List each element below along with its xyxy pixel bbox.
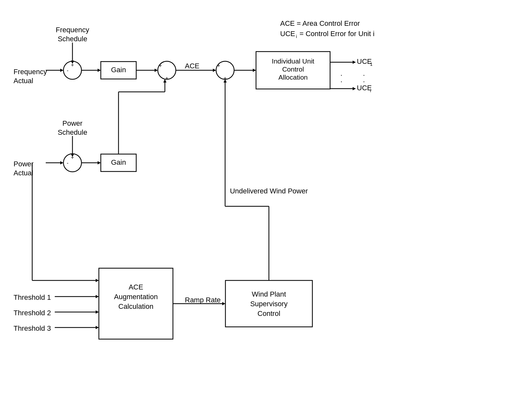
sj4-minus-left: - — [67, 160, 68, 166]
iu-label3: Allocation — [278, 73, 308, 81]
ace-label: ACE — [185, 62, 199, 70]
threshold3-label: Threshold 3 — [14, 324, 51, 332]
gain1-label: Gain — [111, 66, 126, 74]
gain2-label: Gain — [111, 158, 126, 166]
frequency-schedule-label: Frequency — [56, 26, 89, 34]
svg-marker-15 — [353, 87, 356, 90]
sj4-plus-top: + — [71, 155, 74, 160]
svg-marker-34 — [96, 326, 99, 329]
svg-marker-21 — [98, 161, 101, 164]
undelivered-wind-label: Undelivered Wind Power — [230, 187, 308, 195]
iu-label2: Control — [282, 65, 304, 73]
power-schedule-label: Power — [62, 119, 82, 127]
svg-marker-19 — [60, 161, 63, 164]
svg-marker-5 — [98, 69, 101, 72]
svg-marker-7 — [155, 69, 158, 72]
svg-marker-30 — [96, 295, 99, 298]
threshold2-label: Threshold 2 — [14, 309, 51, 317]
ace-aug-label3: Calculation — [119, 302, 154, 310]
sj2-plus-left: + — [159, 63, 162, 68]
threshold1-label: Threshold 1 — [14, 293, 51, 301]
uce1-sub: 1 — [370, 62, 373, 67]
legend-uce-sub-i: i — [296, 34, 297, 39]
diagram-svg: ACE = Area Control Error UCE i = Control… — [0, 0, 532, 401]
ucei-sub: i — [370, 88, 371, 93]
svg-marker-3 — [60, 69, 63, 72]
svg-marker-11 — [253, 69, 256, 72]
power-actual-label2: Actual — [14, 169, 33, 177]
sj1-plus-top: + — [71, 62, 74, 68]
sj2-plus-bottom: + — [165, 75, 168, 81]
legend-line2: UCE — [280, 30, 295, 38]
svg-marker-13 — [353, 61, 356, 64]
ace-aug-label2: Augmentation — [114, 293, 158, 301]
dots2: · — [340, 77, 342, 85]
sj1-minus-left: - — [67, 68, 68, 73]
ace-aug-label1: ACE — [128, 283, 143, 291]
wind-plant-label3: Control — [258, 309, 280, 318]
power-actual-label: Power — [14, 160, 33, 168]
sj3-plus-top: + — [217, 63, 220, 68]
uce1-label: UCE — [357, 57, 372, 65]
frequency-actual-label: Frequency — [14, 68, 47, 76]
ucei-label: UCE — [357, 84, 372, 92]
legend-line2-rest: = Control Error for Unit i — [299, 30, 375, 38]
frequency-schedule-label2: Schedule — [58, 35, 87, 43]
wind-plant-label1: Wind Plant — [252, 290, 286, 298]
power-schedule-label2: Schedule — [58, 128, 87, 136]
svg-marker-9 — [213, 69, 216, 72]
wind-plant-label2: Supervisory — [250, 300, 288, 308]
svg-marker-36 — [222, 302, 225, 305]
ramp-rate-label: Ramp Rate — [185, 296, 221, 304]
legend-line1: ACE = Area Control Error — [280, 19, 360, 27]
frequency-actual-label2: Actual — [14, 77, 33, 85]
svg-marker-32 — [96, 310, 99, 314]
svg-marker-28 — [96, 279, 99, 282]
iu-label1: Individual Unit — [272, 57, 314, 65]
